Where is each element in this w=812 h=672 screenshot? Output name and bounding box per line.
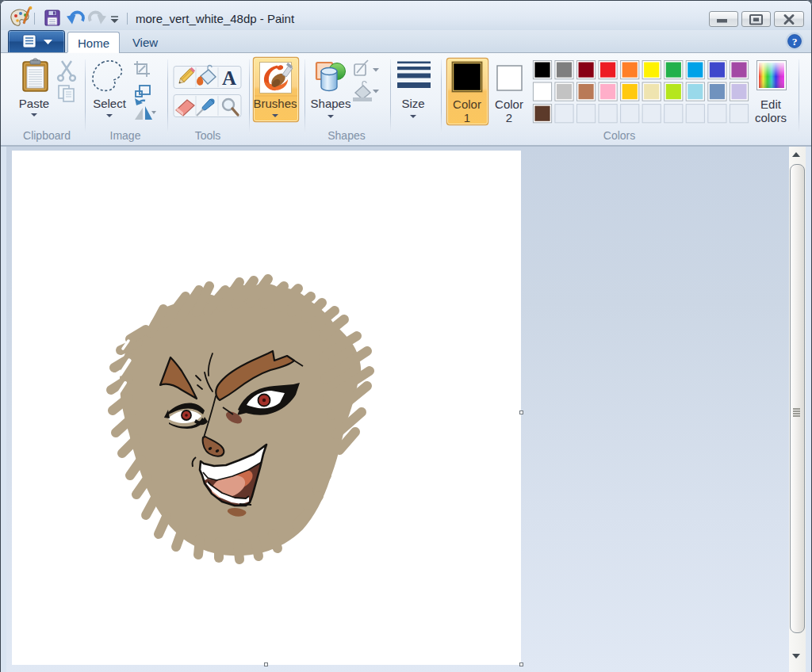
svg-text:A: A [222, 67, 236, 89]
svg-text:?: ? [792, 36, 798, 48]
